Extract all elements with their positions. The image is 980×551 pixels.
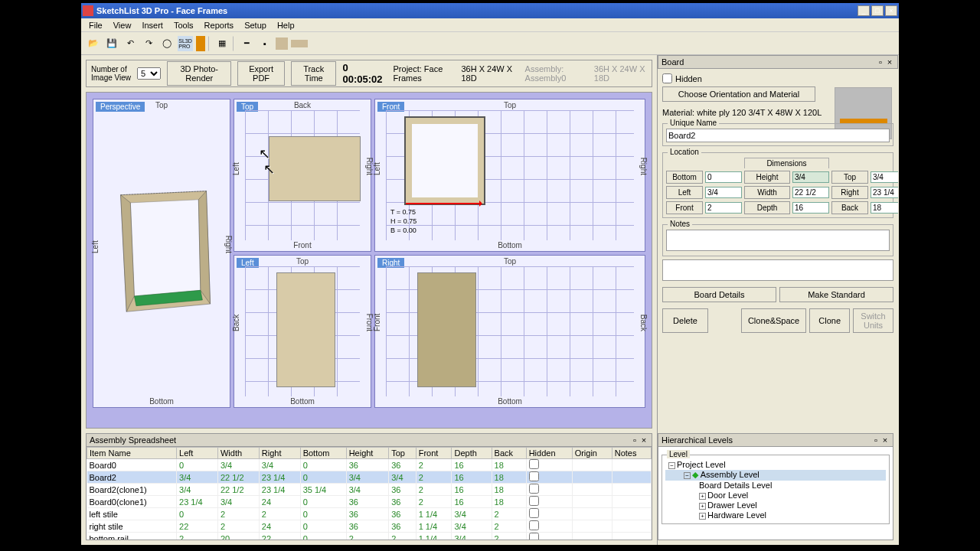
front-button[interactable]: Front xyxy=(666,201,703,214)
project-label: Project: Face Frames xyxy=(394,64,456,83)
notes-textarea[interactable] xyxy=(666,230,890,251)
table-header[interactable]: Origin xyxy=(572,448,612,459)
small-icon[interactable]: ▪ xyxy=(257,36,273,51)
grid-icon[interactable]: ▦ xyxy=(214,36,230,51)
table-header[interactable]: Item Name xyxy=(87,448,177,459)
depth-input[interactable] xyxy=(792,202,829,214)
viewport-perspective[interactable]: Perspective Top Bottom Left Right ↖ ↖ xyxy=(93,99,230,408)
left-input[interactable] xyxy=(705,187,742,198)
track-time-button[interactable]: Track Time xyxy=(291,61,337,86)
clone-space-button[interactable]: Clone&Space xyxy=(741,308,806,333)
table-header[interactable]: Height xyxy=(346,448,389,459)
viewport-right[interactable]: Right Top Bottom Front Back xyxy=(374,255,645,408)
menu-file[interactable]: File xyxy=(84,20,107,31)
dimensions-label: Dimensions xyxy=(744,158,829,168)
pin-icon[interactable]: ▫ xyxy=(871,435,880,445)
save-icon[interactable]: 💾 xyxy=(104,36,119,51)
extra-textarea[interactable] xyxy=(662,259,893,281)
redo-icon[interactable]: ↷ xyxy=(141,36,156,51)
tree-item[interactable]: +Hardware Level xyxy=(665,510,886,520)
menu-insert[interactable]: Insert xyxy=(137,20,168,31)
switch-units-button[interactable]: Switch Units xyxy=(853,308,893,333)
viewport-front[interactable]: Front Top Bottom Left Right T = 0.75 H =… xyxy=(374,99,645,252)
depth-button[interactable]: Depth xyxy=(744,201,790,214)
menu-setup[interactable]: Setup xyxy=(240,20,271,31)
table-header[interactable]: Back xyxy=(492,448,526,459)
delete-button[interactable]: Delete xyxy=(662,308,708,333)
table-header[interactable]: Width xyxy=(217,448,259,459)
clone-button[interactable]: Clone xyxy=(809,308,850,333)
viewport-left[interactable]: Left Top Bottom Back Front xyxy=(234,255,371,408)
tree-item[interactable]: +Door Level xyxy=(665,491,886,500)
width-button[interactable]: Width xyxy=(744,186,790,199)
bottom-button[interactable]: Bottom xyxy=(666,171,703,184)
table-row[interactable]: Board003/43/40363621618 xyxy=(87,459,652,471)
spreadsheet-header: Assembly Spreadsheet ▫ × xyxy=(86,433,652,447)
close-icon[interactable]: × xyxy=(885,57,894,67)
table-header[interactable]: Top xyxy=(389,448,416,459)
open-icon[interactable]: 📂 xyxy=(86,36,101,51)
tree-item[interactable]: −◆ Assembly Level xyxy=(665,470,886,481)
close-icon[interactable]: × xyxy=(639,435,648,445)
num-views-select[interactable]: 5 xyxy=(137,67,161,80)
table-header[interactable]: Front xyxy=(416,448,452,459)
menu-reports[interactable]: Reports xyxy=(200,20,239,31)
right-button[interactable]: Right xyxy=(831,186,868,199)
table-row[interactable]: Board23/422 1/223 1/403/43/421618 xyxy=(87,471,652,484)
tree-item[interactable]: Board Details Level xyxy=(665,481,886,491)
pin-icon[interactable]: ▫ xyxy=(876,57,885,67)
menu-tools[interactable]: Tools xyxy=(169,20,198,31)
table-header[interactable]: Notes xyxy=(612,448,651,459)
right-input[interactable] xyxy=(871,187,898,198)
circle-icon[interactable]: ◯ xyxy=(159,36,175,51)
pro-icon[interactable]: SL3DPRO xyxy=(178,36,193,51)
board-icon[interactable] xyxy=(196,36,205,51)
left-button[interactable]: Left xyxy=(666,186,703,199)
height-input[interactable] xyxy=(792,171,829,183)
height-button[interactable]: Height xyxy=(744,171,790,184)
thin-icon[interactable]: ━ xyxy=(239,36,254,51)
hierarchical-header: Hierarchical Levels ▫ × xyxy=(658,433,893,447)
maximize-button[interactable]: □ xyxy=(871,5,884,16)
cabinet-3d xyxy=(93,99,230,407)
minimize-button[interactable]: _ xyxy=(858,5,870,16)
table-header[interactable]: Depth xyxy=(452,448,492,459)
make-standard-button[interactable]: Make Standard xyxy=(779,287,893,302)
close-button[interactable]: × xyxy=(885,5,897,16)
export-pdf-button[interactable]: Export PDF xyxy=(237,61,285,86)
top-button[interactable]: Top xyxy=(831,171,868,184)
spreadsheet-table[interactable]: Item NameLeftWidthRightBottomHeightTopFr… xyxy=(87,447,652,540)
menu-help[interactable]: Help xyxy=(273,20,299,31)
photo-render-button[interactable]: 3D Photo-Render xyxy=(167,61,231,86)
undo-icon[interactable]: ↶ xyxy=(122,36,138,51)
unique-name-input[interactable] xyxy=(666,129,890,142)
pin-icon[interactable]: ▫ xyxy=(630,435,639,445)
width-input[interactable] xyxy=(792,187,829,198)
viewport-top[interactable]: Top Back Front Left Right xyxy=(234,99,371,252)
bottom-input[interactable] xyxy=(705,171,742,183)
front-input[interactable] xyxy=(705,202,742,214)
top-input[interactable] xyxy=(871,171,898,183)
board-details-button[interactable]: Board Details xyxy=(662,287,776,302)
table-row[interactable]: bottom rail220220221 1/43/42 xyxy=(87,533,652,541)
table-row[interactable]: left stile022036361 1/43/42 xyxy=(87,508,652,520)
table-header[interactable]: Hidden xyxy=(526,448,572,459)
tree-item[interactable]: +Drawer Level xyxy=(665,500,886,510)
wide-icon[interactable] xyxy=(291,40,308,47)
table-header[interactable]: Left xyxy=(177,448,218,459)
viewport-label: Front xyxy=(293,241,311,249)
close-icon[interactable]: × xyxy=(880,435,890,445)
menu-view[interactable]: View xyxy=(109,20,136,31)
table-row[interactable]: Board2(clone1)3/422 1/223 1/435 1/43/436… xyxy=(87,484,652,496)
panel-icon[interactable] xyxy=(276,37,288,50)
table-row[interactable]: right stile22224036361 1/43/42 xyxy=(87,520,652,533)
table-header[interactable]: Right xyxy=(259,448,300,459)
back-input[interactable] xyxy=(871,202,898,214)
legend: Unique Name xyxy=(668,119,719,127)
tree-item[interactable]: −Project Level xyxy=(665,460,886,470)
back-button[interactable]: Back xyxy=(831,201,868,214)
choose-orientation-button[interactable]: Choose Orientation and Material xyxy=(662,86,815,102)
hidden-checkbox[interactable] xyxy=(662,73,672,83)
table-header[interactable]: Bottom xyxy=(300,448,346,459)
table-row[interactable]: Board0(clone1)23 1/43/4240363621618 xyxy=(87,496,652,508)
